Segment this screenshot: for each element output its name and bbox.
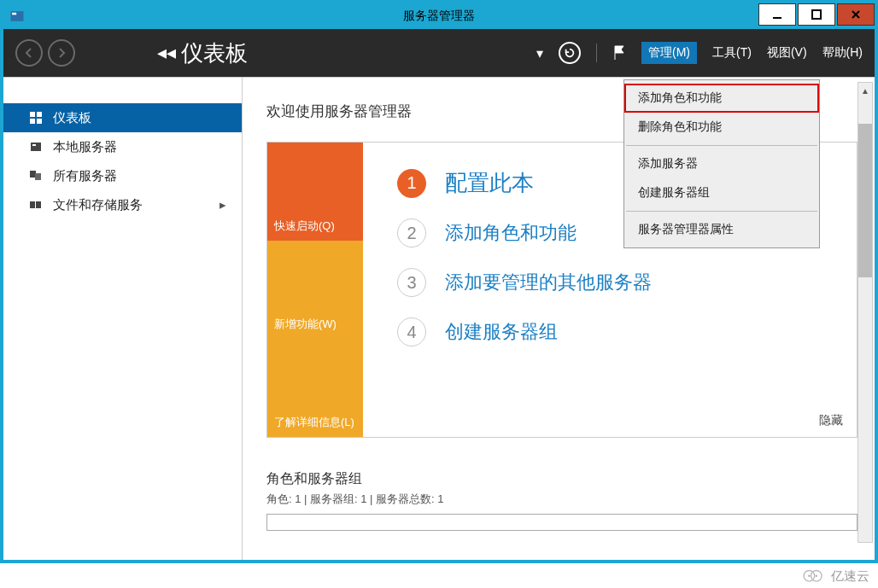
scrollbar[interactable]: ▲ [858, 82, 873, 543]
refresh-button[interactable] [559, 42, 581, 64]
svg-rect-11 [35, 173, 41, 180]
svg-rect-9 [32, 144, 36, 146]
dd-remove-roles[interactable]: 删除角色和功能 [624, 113, 819, 142]
breadcrumb[interactable]: ◂◂ 仪表板 [157, 38, 248, 68]
dd-properties[interactable]: 服务器管理器属性 [624, 215, 819, 244]
window-controls [757, 7, 875, 26]
sidebar-item-dashboard[interactable]: 仪表板 [3, 103, 242, 132]
sidebar-item-label: 所有服务器 [53, 168, 117, 184]
sidebar-item-label: 文件和存储服务 [53, 197, 143, 213]
sidebar-item-all-servers[interactable]: 所有服务器 [3, 161, 242, 190]
hide-link[interactable]: 隐藏 [819, 413, 843, 428]
sidebar: 仪表板 本地服务器 所有服务器 文件和存储服务 ▸ [3, 78, 243, 560]
separator [596, 44, 597, 62]
storage-icon [29, 198, 44, 212]
app-icon [9, 8, 26, 25]
svg-point-17 [815, 574, 817, 577]
tile-label: 快速启动(Q) [274, 218, 335, 234]
step-create-group[interactable]: 4 创建服务器组 [397, 317, 840, 346]
dd-separator [626, 211, 817, 212]
tile-quickstart[interactable]: 快速启动(Q) [267, 143, 363, 241]
svg-rect-13 [36, 201, 41, 208]
menu-view[interactable]: 视图(V) [767, 45, 807, 61]
svg-rect-5 [37, 112, 42, 117]
sidebar-item-file-storage[interactable]: 文件和存储服务 ▸ [3, 190, 242, 219]
step-label: 添加角色和功能 [445, 220, 577, 246]
scroll-thumb[interactable] [858, 124, 872, 277]
chevron-right-icon: ▸ [220, 197, 226, 212]
tile-label: 了解详细信息(L) [274, 415, 354, 430]
flag-icon[interactable] [612, 44, 626, 61]
step-number: 1 [397, 169, 426, 198]
sidebar-item-local-server[interactable]: 本地服务器 [3, 132, 242, 161]
close-button[interactable] [837, 3, 875, 26]
step-label: 创建服务器组 [445, 319, 558, 345]
step-label: 添加要管理的其他服务器 [445, 270, 652, 295]
menu-help[interactable]: 帮助(H) [822, 45, 863, 61]
step-number: 3 [397, 268, 426, 297]
dd-separator [626, 145, 817, 146]
forward-button[interactable] [48, 39, 75, 67]
svg-rect-4 [30, 112, 35, 117]
manage-dropdown: 添加角色和功能 删除角色和功能 添加服务器 创建服务器组 服务器管理器属性 [623, 79, 820, 248]
svg-rect-7 [37, 119, 42, 124]
menu-manage[interactable]: 管理(M) [641, 42, 697, 64]
watermark-logo-icon [802, 568, 826, 585]
dd-add-roles[interactable]: 添加角色和功能 [624, 84, 819, 113]
window-title: 服务器管理器 [403, 9, 475, 24]
toolbar: ◂◂ 仪表板 ▾ 管理(M) 工具(T) 视图(V) 帮助(H) [3, 29, 875, 77]
step-add-servers[interactable]: 3 添加要管理的其他服务器 [397, 268, 840, 297]
watermark-text: 亿速云 [831, 568, 869, 585]
step-label: 配置此本 [445, 168, 534, 198]
breadcrumb-label: 仪表板 [181, 38, 248, 68]
svg-rect-6 [30, 119, 35, 124]
server-icon [29, 140, 44, 154]
svg-point-16 [808, 574, 811, 577]
breadcrumb-dropdown-icon[interactable]: ▾ [536, 45, 543, 61]
svg-rect-8 [31, 143, 41, 151]
menu-tools[interactable]: 工具(T) [712, 45, 752, 61]
group-box [266, 514, 858, 531]
sidebar-item-label: 本地服务器 [53, 139, 117, 155]
tile-whatsnew[interactable]: 新增功能(W) [267, 241, 363, 339]
group-subtitle: 角色: 1 | 服务器组: 1 | 服务器总数: 1 [266, 492, 875, 507]
group-section: 角色和服务器组 角色: 1 | 服务器组: 1 | 服务器总数: 1 [266, 470, 875, 531]
dd-add-server[interactable]: 添加服务器 [624, 149, 819, 178]
tiles-column: 快速启动(Q) 新增功能(W) 了解详细信息(L) [267, 143, 363, 437]
step-number: 4 [397, 317, 426, 346]
tile-learnmore[interactable]: 了解详细信息(L) [267, 339, 363, 437]
breadcrumb-arrows-icon: ◂◂ [157, 42, 176, 64]
step-number: 2 [397, 218, 426, 247]
svg-rect-3 [812, 10, 821, 19]
svg-rect-1 [12, 13, 16, 15]
dashboard-icon [29, 111, 44, 125]
tile-label: 新增功能(W) [274, 317, 337, 332]
minimize-button[interactable] [758, 3, 796, 26]
servers-icon [29, 169, 44, 183]
back-button[interactable] [15, 39, 43, 67]
scroll-up-icon[interactable]: ▲ [858, 83, 872, 98]
titlebar: 服务器管理器 [3, 3, 875, 29]
svg-rect-12 [30, 201, 35, 208]
svg-rect-10 [30, 171, 36, 178]
maximize-button[interactable] [798, 3, 835, 26]
svg-rect-2 [773, 17, 781, 19]
watermark: 亿速云 [802, 568, 869, 585]
toolbar-right: ▾ 管理(M) 工具(T) 视图(V) 帮助(H) [536, 42, 863, 64]
dd-create-group[interactable]: 创建服务器组 [624, 178, 819, 207]
group-title: 角色和服务器组 [266, 470, 875, 488]
sidebar-item-label: 仪表板 [53, 110, 91, 126]
